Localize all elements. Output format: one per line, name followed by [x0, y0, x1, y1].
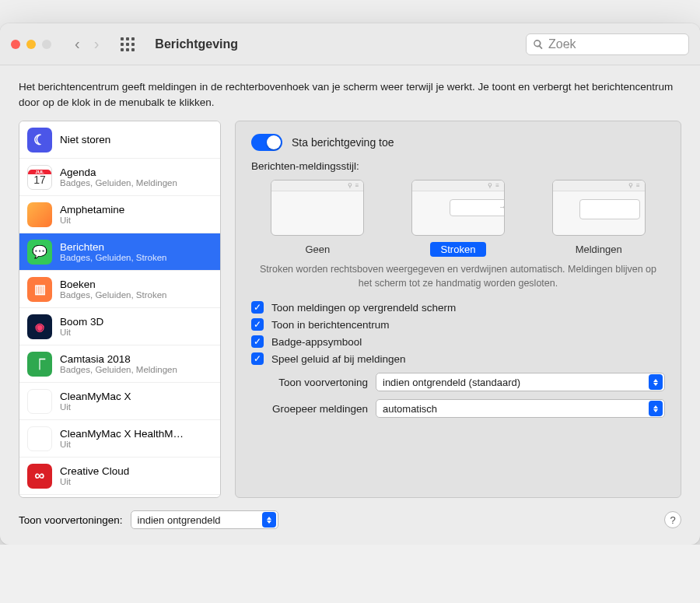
- show-on-lock-row: ✓ Toon meldingen op vergrendeld scherm: [251, 301, 665, 314]
- global-preview-value: indien ontgrendeld: [138, 514, 221, 526]
- sidebar-item-camtasia[interactable]: Camtasia 2018 Badges, Geluiden, Meldinge…: [19, 345, 220, 383]
- sidebar-item-boeken[interactable]: Boeken Badges, Geluiden, Stroken: [19, 271, 220, 308]
- minimize-window-button[interactable]: [26, 40, 36, 49]
- intro-text: Het berichtencentrum geeft meldingen in …: [19, 79, 681, 110]
- alert-style-none[interactable]: ⚲≡ Geen: [271, 180, 364, 257]
- show-in-center-label: Toon in berichtencentrum: [271, 319, 390, 331]
- app-name: Boeken: [60, 279, 166, 290]
- pane-title: Berichtgeving: [155, 37, 238, 51]
- boom3d-icon: [27, 314, 52, 339]
- chevron-updown-icon: [649, 401, 663, 416]
- app-list[interactable]: Niet storen JUL 17 Agenda Badges, Geluid…: [19, 121, 221, 498]
- alert-style-banners-label: Stroken: [430, 242, 487, 257]
- sidebar-item-facetime[interactable]: FaceTime: [19, 495, 220, 498]
- forward-button[interactable]: ›: [94, 35, 100, 53]
- messages-icon: [27, 240, 52, 265]
- alert-style-explain: Stroken worden rechtsboven weergegeven e…: [254, 263, 662, 290]
- preferences-window: ‹ › Berichtgeving Zoek Het berichtencent…: [0, 23, 700, 545]
- group-notifications-value: automatisch: [383, 403, 437, 415]
- window-controls: [11, 40, 51, 49]
- show-preview-value: indien ontgrendeld (standaard): [383, 377, 520, 388]
- app-subtitle: Uit: [60, 440, 184, 449]
- alert-style-banners-preview: ⚲≡: [411, 180, 505, 236]
- sidebar-item-amphetamine[interactable]: Amphetamine Uit: [19, 196, 220, 233]
- group-notifications-select[interactable]: automatisch: [376, 399, 665, 418]
- help-button[interactable]: ?: [664, 511, 681, 528]
- group-notifications-label: Groepeer meldingen: [251, 403, 376, 415]
- play-sound-checkbox[interactable]: ✓: [251, 352, 264, 365]
- sidebar-item-berichten[interactable]: Berichten Badges, Geluiden, Stroken: [19, 233, 220, 271]
- show-preview-label: Toon voorvertoning: [251, 377, 376, 388]
- panes: Niet storen JUL 17 Agenda Badges, Geluid…: [19, 121, 681, 498]
- app-subtitle: Uit: [60, 216, 124, 225]
- play-sound-label: Speel geluid af bij meldingen: [271, 353, 406, 365]
- alert-style-alerts-preview: ⚲≡: [552, 180, 646, 236]
- alert-style-alerts-label: Meldingen: [565, 242, 633, 257]
- app-subtitle: Uit: [60, 328, 103, 337]
- app-name: Boom 3D: [60, 316, 103, 328]
- global-preview-select[interactable]: indien ontgrendeld: [131, 510, 278, 529]
- allow-notifications-toggle[interactable]: [251, 134, 282, 151]
- sidebar-item-cleanmymac[interactable]: CleanMyMac X Uit: [19, 383, 220, 420]
- sidebar-item-boom3d[interactable]: Boom 3D Uit: [19, 308, 220, 345]
- app-subtitle: Badges, Geluiden, Meldingen: [60, 365, 177, 374]
- app-name: Agenda: [60, 167, 177, 178]
- close-window-button[interactable]: [11, 40, 20, 49]
- app-subtitle: Uit: [60, 477, 129, 486]
- app-name: CleanMyMac X: [60, 391, 131, 402]
- moon-icon: [27, 128, 52, 153]
- alert-style-options: ⚲≡ Geen ⚲≡ Stroken ⚲≡: [251, 180, 665, 257]
- alert-style-banners[interactable]: ⚲≡ Stroken: [411, 180, 505, 257]
- show-on-lock-label: Toon meldingen op vergrendeld scherm: [271, 302, 456, 314]
- back-button[interactable]: ‹: [75, 35, 80, 53]
- camtasia-icon: [27, 352, 52, 377]
- search-field[interactable]: Zoek: [526, 33, 689, 55]
- allow-notifications-label: Sta berichtgeving toe: [292, 136, 394, 149]
- show-in-center-row: ✓ Toon in berichtencentrum: [251, 318, 665, 331]
- sidebar-item-cleanmymac-health[interactable]: CleanMyMac X HealthM… Uit: [19, 420, 220, 458]
- show-preview-select[interactable]: indien ontgrendeld (standaard): [376, 373, 665, 391]
- alert-style-none-preview: ⚲≡: [271, 180, 364, 236]
- app-name: Creative Cloud: [60, 465, 129, 477]
- chevron-updown-icon: [649, 374, 663, 390]
- creative-cloud-icon: [27, 464, 52, 489]
- app-subtitle: Uit: [60, 402, 131, 412]
- titlebar: ‹ › Berichtgeving Zoek: [0, 23, 700, 65]
- alert-style-alerts[interactable]: ⚲≡ Meldingen: [552, 180, 646, 257]
- sidebar-item-agenda[interactable]: JUL 17 Agenda Badges, Geluiden, Meldinge…: [19, 159, 220, 196]
- show-in-center-checkbox[interactable]: ✓: [251, 318, 264, 331]
- books-icon: [27, 277, 52, 302]
- cleanmymac-icon: [27, 389, 52, 414]
- show-all-icon[interactable]: [121, 37, 135, 51]
- show-on-lock-checkbox[interactable]: ✓: [251, 301, 264, 314]
- search-icon: [533, 39, 544, 50]
- badge-icon-label: Badge-appsymbool: [271, 336, 362, 348]
- app-subtitle: Badges, Geluiden, Stroken: [60, 253, 166, 262]
- search-placeholder: Zoek: [548, 37, 576, 51]
- sidebar-item-creative-cloud[interactable]: Creative Cloud Uit: [19, 458, 220, 495]
- show-preview-row: Toon voorvertoning indien ontgrendeld (s…: [251, 373, 665, 391]
- zoom-window-button[interactable]: [42, 40, 51, 49]
- alert-style-heading: Berichten-meldingsstijl:: [251, 160, 665, 172]
- cleanmymac-health-icon: [27, 426, 52, 451]
- group-notifications-row: Groepeer meldingen automatisch: [251, 399, 665, 418]
- app-name: CleanMyMac X HealthM…: [60, 428, 184, 440]
- nav-arrows: ‹ ›: [75, 35, 99, 53]
- badge-icon-row: ✓ Badge-appsymbool: [251, 335, 665, 348]
- allow-notifications-row: Sta berichtgeving toe: [251, 134, 665, 151]
- calendar-icon: JUL 17: [27, 165, 52, 190]
- app-name: Camtasia 2018: [60, 353, 177, 365]
- app-name: Amphetamine: [60, 204, 124, 216]
- app-subtitle: Badges, Geluiden, Stroken: [60, 290, 166, 300]
- pill-icon: [27, 202, 52, 227]
- chevron-updown-icon: [262, 512, 276, 528]
- sidebar-item-do-not-disturb[interactable]: Niet storen: [19, 121, 220, 159]
- play-sound-row: ✓ Speel geluid af bij meldingen: [251, 352, 665, 365]
- content-area: Het berichtencentrum geeft meldingen in …: [0, 65, 700, 545]
- app-name: Berichten: [60, 241, 166, 253]
- app-subtitle: Badges, Geluiden, Meldingen: [60, 178, 177, 188]
- alert-style-none-label: Geen: [294, 242, 341, 257]
- global-preview-label: Toon voorvertoningen:: [19, 514, 123, 526]
- footer-row: Toon voorvertoningen: indien ontgrendeld…: [19, 510, 681, 529]
- badge-icon-checkbox[interactable]: ✓: [251, 335, 264, 348]
